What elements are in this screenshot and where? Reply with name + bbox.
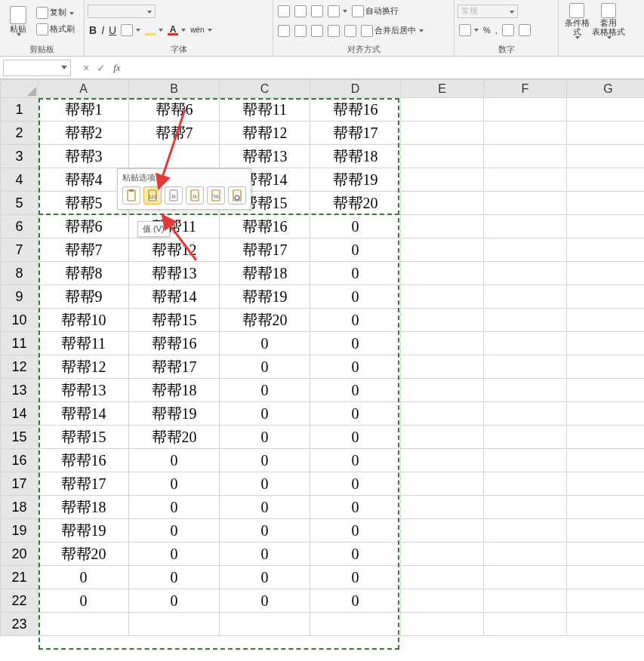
indent-inc-button[interactable] [343,23,358,38]
cell[interactable]: 帮帮16 [39,449,129,472]
cell[interactable] [401,262,484,285]
col-header[interactable]: E [401,80,484,98]
cell[interactable]: 0 [39,566,129,589]
cell[interactable]: 帮帮19 [129,402,220,426]
row-header[interactable]: 22 [1,589,39,613]
cell[interactable] [567,543,645,566]
cell[interactable]: 帮帮7 [39,238,129,262]
cell[interactable]: 0 [310,426,401,449]
cell[interactable] [484,566,567,589]
cell[interactable] [484,309,567,332]
cell[interactable]: 0 [129,519,220,543]
cell[interactable]: 0 [220,496,310,519]
cell[interactable] [484,215,567,238]
cell[interactable] [484,426,567,449]
cell[interactable]: 0 [310,332,401,355]
cell[interactable]: 帮帮11 [39,332,129,355]
cell[interactable]: 0 [310,589,401,613]
cell[interactable]: 帮帮13 [129,262,220,285]
cell[interactable]: 帮帮15 [39,426,129,449]
row-header[interactable]: 7 [1,238,39,262]
col-header[interactable]: G [567,80,645,98]
cell[interactable]: 帮帮17 [220,238,310,262]
align-middle-button[interactable] [293,4,308,19]
cell[interactable]: 帮帮5 [39,192,129,215]
cell[interactable]: 帮帮16 [220,215,310,238]
cell[interactable]: 0 [129,566,220,589]
align-top-button[interactable] [276,4,291,19]
cell[interactable] [567,285,645,309]
cell[interactable] [401,145,484,168]
cell[interactable] [484,543,567,566]
name-box[interactable] [3,60,71,76]
italic-button[interactable]: I [100,23,106,38]
paste-button[interactable]: 粘贴 [3,2,33,40]
cell[interactable] [567,379,645,402]
row-header[interactable]: 5 [1,192,39,215]
cell[interactable]: 帮帮13 [220,145,310,168]
underline-button[interactable]: U [107,23,118,38]
cell[interactable]: 帮帮15 [129,309,220,332]
col-header[interactable]: C [220,80,310,98]
col-header[interactable]: D [310,80,401,98]
border-button[interactable] [119,23,142,38]
cell[interactable]: 0 [310,472,401,496]
fill-color-button[interactable] [143,23,165,38]
cell[interactable]: 帮帮3 [39,145,129,168]
row-header[interactable]: 9 [1,285,39,309]
cell[interactable]: 0 [220,589,310,613]
row-header[interactable]: 13 [1,379,39,402]
cell[interactable] [567,98,645,121]
cell[interactable] [567,168,645,192]
cell[interactable]: 帮帮12 [220,121,310,145]
cell[interactable]: 帮帮19 [310,168,401,192]
paste-option-link[interactable] [228,186,246,204]
cell[interactable] [401,309,484,332]
align-bottom-button[interactable] [310,4,325,19]
cell[interactable] [401,566,484,589]
cell[interactable] [567,402,645,426]
phonetic-button[interactable]: wén [189,23,213,38]
cell[interactable]: 帮帮16 [129,332,220,355]
cell[interactable] [401,285,484,309]
cell[interactable]: 帮帮14 [39,402,129,426]
indent-dec-button[interactable] [326,23,341,38]
cell[interactable]: 0 [310,238,401,262]
cond-format-button[interactable]: 条件格式 [562,2,592,40]
cell[interactable]: 帮帮20 [220,309,310,332]
dec-inc-button[interactable] [501,23,516,38]
row-header[interactable]: 19 [1,519,39,543]
cell[interactable] [484,121,567,145]
cell[interactable]: 帮帮4 [39,168,129,192]
cell[interactable]: 帮帮20 [129,426,220,449]
cell[interactable] [39,613,129,636]
cell[interactable]: 0 [220,379,310,402]
cell[interactable] [401,238,484,262]
table-format-button[interactable]: 套用 表格格式 [593,2,624,40]
cell[interactable] [310,613,401,636]
cell[interactable] [484,449,567,472]
row-header[interactable]: 20 [1,543,39,566]
cell[interactable] [567,589,645,613]
cell[interactable] [567,496,645,519]
fx-button[interactable]: fx [113,62,120,74]
format-painter-button[interactable]: 格式刷 [35,22,76,37]
cell[interactable]: 0 [310,566,401,589]
cell[interactable]: 帮帮17 [129,355,220,379]
formula-input[interactable] [133,60,644,76]
cell[interactable]: 0 [310,402,401,426]
cell[interactable] [401,426,484,449]
cell[interactable]: 0 [310,379,401,402]
cell[interactable] [567,215,645,238]
currency-button[interactable] [458,23,480,38]
cell[interactable]: 0 [310,496,401,519]
cell[interactable] [484,238,567,262]
cell[interactable] [484,519,567,543]
paste-option-values[interactable]: 123 [143,186,162,204]
align-right-button[interactable] [310,23,325,38]
cell[interactable]: 帮帮14 [129,285,220,309]
cell[interactable] [567,566,645,589]
cell[interactable]: 帮帮9 [39,285,129,309]
cell[interactable]: 0 [220,402,310,426]
copy-button[interactable]: 复制 [35,5,76,20]
